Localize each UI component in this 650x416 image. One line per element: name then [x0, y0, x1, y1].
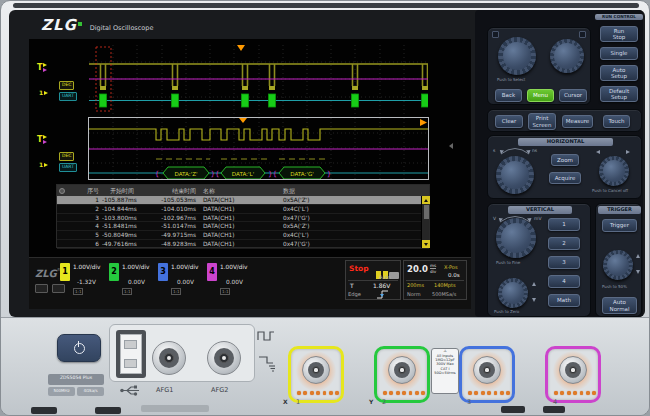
channel-3-input[interactable]	[459, 346, 515, 403]
channel-3-bnc[interactable]	[473, 356, 501, 384]
power-icon	[74, 343, 85, 354]
edge-trigger-icon	[376, 289, 390, 300]
run-trigger-box[interactable]: Stop Auto T Edge 1.86V	[345, 260, 401, 300]
channel-number-badge[interactable]: 3	[158, 263, 168, 281]
channel-status-2[interactable]: 2 1.00V/div 0.00V 1:1	[109, 261, 156, 299]
channel-2-bnc[interactable]	[388, 356, 416, 384]
table-row[interactable]: 2-104.844ms-104.010msDATA(CH1)0x4C('L')	[57, 205, 429, 214]
header-col-end: 结束时间	[137, 185, 199, 196]
timebase-knob[interactable]	[496, 156, 534, 194]
top-vent	[13, 3, 639, 8]
pointer-icon	[59, 188, 65, 194]
afg2-bnc-connector[interactable]	[207, 341, 241, 375]
channel-status-1[interactable]: 1 1.00V/div -1.32V 1:1	[60, 261, 107, 299]
auto-setup-button[interactable]: AutoSetup	[600, 65, 638, 81]
usb-icon	[119, 384, 143, 397]
trigger-type: Edge	[348, 291, 361, 297]
zoom-waveform-svg: DATA:'Z' DATA:'L' DATA:'G' { }{ }{ }	[89, 118, 428, 179]
channel-status-4[interactable]: 4 1.00V/div 0.00V 1:1	[207, 261, 254, 299]
channel-3-button[interactable]: 3	[548, 256, 580, 269]
channel-1-input[interactable]	[288, 346, 344, 403]
table-row[interactable]: 1-105.887ms-105.053msDATA(CH1)0x5A('Z')	[57, 196, 429, 205]
channel-number-badge[interactable]: 4	[207, 263, 217, 281]
measure-button[interactable]: Measure	[562, 115, 593, 128]
run-state: Stop	[349, 264, 369, 273]
uart-badge-main[interactable]: UART	[59, 92, 77, 101]
timebase-box[interactable]: 20.0 msdiv X-Pos 0.0s 200ms 140Mpts Norm…	[403, 260, 467, 300]
horizontal-label: HORIZONTAL	[518, 138, 613, 146]
channel-number-badge[interactable]: 2	[109, 263, 119, 281]
horizontal-position-knob[interactable]	[599, 156, 629, 186]
scroll-down-button[interactable]	[422, 240, 430, 248]
channel-1-button[interactable]: 1	[548, 218, 580, 231]
connector-contacts	[468, 391, 510, 395]
scrollbar-thumb[interactable]	[424, 205, 429, 219]
menu-button[interactable]: Menu	[527, 89, 554, 102]
table-row[interactable]: 6-49.7616ms-48.9283msDATA(CH1)0x47('G')	[57, 240, 429, 249]
channel-4-bnc[interactable]	[559, 356, 587, 384]
clear-button[interactable]: Clear	[495, 115, 523, 128]
brand-subtitle: Digital Oscilloscope	[90, 24, 154, 32]
trig-up-arrow-icon	[636, 254, 640, 258]
channel-4-input[interactable]	[545, 346, 601, 403]
trigger-button[interactable]: Trigger	[602, 219, 637, 232]
table-scrollbar[interactable]	[421, 196, 429, 248]
trigger-level-knob[interactable]	[603, 250, 633, 280]
decode-badge-zoom[interactable]: DEC	[59, 152, 74, 161]
channel-offset: 0.00V	[128, 279, 145, 285]
zoom-button[interactable]: Zoom	[551, 154, 579, 166]
uart-badge-zoom[interactable]: UART	[59, 163, 77, 172]
touch-button[interactable]: Touch	[603, 115, 630, 128]
frame-bracket-sep1: }{	[211, 170, 220, 178]
channel-offset: 0.00V	[177, 279, 194, 285]
decode-badge-main[interactable]: DEC	[59, 81, 74, 90]
zlg-logo: ZLG	[41, 16, 77, 34]
knob-hint: Push to Select	[497, 78, 525, 82]
probe-ratio: 1:1	[171, 288, 181, 295]
power-button[interactable]	[57, 334, 101, 362]
hpos-knob-hint: Push to Cancel off	[592, 189, 628, 193]
probe-ratio: 1:1	[73, 288, 83, 295]
cursor-button[interactable]: Cursor	[559, 89, 587, 102]
channel-2-button[interactable]: 2	[548, 237, 580, 250]
stand-notch	[141, 405, 209, 412]
acquire-button[interactable]: Acquire	[549, 172, 581, 184]
waveform-main-pane	[89, 45, 428, 114]
multipurpose-knob-a[interactable]	[498, 37, 536, 75]
run-stop-button[interactable]: RunStop	[600, 26, 638, 42]
auto-normal-button[interactable]: AutoNormal	[602, 297, 637, 314]
vertical-section: VERTICAL V mV Push to Fine 1 2 3 4 Math …	[487, 203, 591, 317]
device-foot	[31, 407, 57, 414]
vpos-up-arrow-icon	[532, 282, 536, 286]
print-screen-button[interactable]: PrintScreen	[528, 113, 556, 130]
vertical-position-knob[interactable]	[498, 278, 528, 308]
back-button[interactable]: Back	[495, 89, 522, 102]
decode-event-table[interactable]: 序号 开始时间 结束时间 名称 数据 1-105.887ms-105.053ms…	[56, 184, 430, 248]
front-panel: ZDS5054 Plus 500MHz 4GSa/s AFG1	[1, 317, 650, 416]
channel-4-button[interactable]: 4	[548, 275, 580, 288]
table-row[interactable]: 3-103.800ms-102.967msDATA(CH1)0x47('G')	[57, 214, 429, 223]
afg2-label: AFG2	[211, 386, 228, 394]
scroll-left-icon[interactable]	[449, 143, 453, 149]
knob-a-indicator	[492, 31, 499, 38]
scroll-up-button[interactable]	[422, 196, 430, 204]
afg1-bnc-connector[interactable]	[152, 341, 186, 375]
channel-status-3[interactable]: 3 1.00V/div 0.00V 1:1	[158, 261, 205, 299]
table-row[interactable]: 4-51.8481ms-51.0147msDATA(CH1)0x5A('Z')	[57, 222, 429, 231]
save-screenshot-icon[interactable]	[35, 284, 48, 293]
timebase-arc-icon	[499, 147, 531, 155]
multipurpose-knob-b[interactable]	[550, 39, 584, 73]
display-screen[interactable]: T DEC 1 UART	[29, 39, 471, 309]
table-row[interactable]: 5-50.8049ms-49.9715msDATA(CH1)0x4C('L')	[57, 231, 429, 240]
single-button[interactable]: Single	[600, 47, 638, 60]
trigger-label: TRIGGER	[598, 206, 641, 214]
channel-2-input[interactable]	[374, 346, 430, 403]
channel-1-bnc[interactable]	[302, 356, 330, 384]
channel-number-badge[interactable]: 1	[60, 263, 70, 281]
usb-port[interactable]	[116, 330, 146, 378]
math-button[interactable]: Math	[548, 294, 580, 307]
vertical-label: VERTICAL	[508, 206, 572, 214]
vertical-scale-knob[interactable]	[496, 218, 536, 258]
header-col-start: 开始时间	[102, 185, 137, 196]
default-setup-button[interactable]: DefaultSetup	[600, 86, 638, 102]
